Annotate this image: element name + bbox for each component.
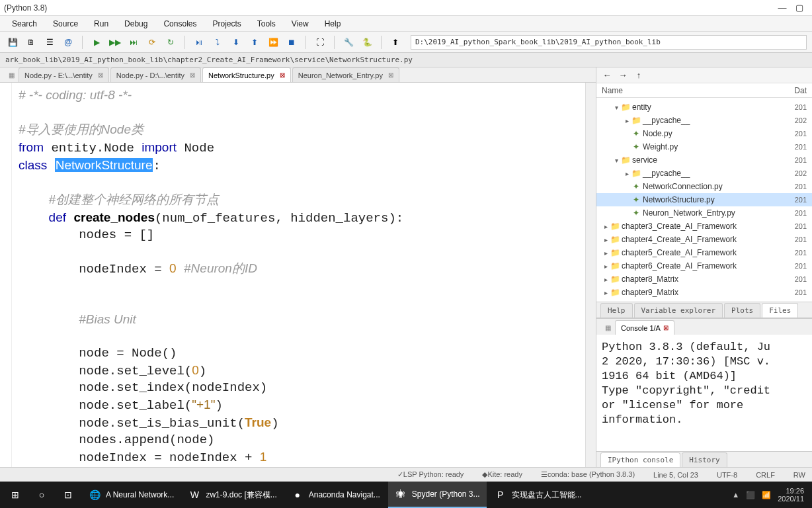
tree-row[interactable]: ✦NetworkStructure.py201	[596, 193, 812, 206]
close-icon[interactable]: ⊠	[188, 71, 196, 79]
stop-icon[interactable]: ⏹	[284, 35, 299, 50]
maximize-pane-icon[interactable]: ⛶	[313, 35, 327, 50]
close-icon[interactable]: ⊠	[278, 71, 286, 79]
menu-source[interactable]: Source	[45, 18, 86, 30]
help-tab-variable-explorer[interactable]: Variable explorer	[634, 303, 723, 318]
history-tab[interactable]: History	[682, 452, 727, 467]
console-bottom-tabs: IPython console History	[596, 451, 812, 467]
menu-debug[interactable]: Debug	[116, 18, 155, 30]
python-icon[interactable]: 🐍	[360, 35, 374, 50]
file-nav-buttons: ← → ↑	[596, 67, 812, 83]
menu-view[interactable]: View	[284, 18, 317, 30]
at-icon[interactable]: @	[61, 35, 75, 50]
run-cell-advance-icon[interactable]: ⏭	[126, 35, 141, 50]
close-icon[interactable]: ⊠	[663, 324, 669, 331]
tree-label: entity	[631, 103, 795, 112]
file-explorer-header: Name Dat	[596, 83, 812, 98]
taskbar-item[interactable]: 🌐A Neural Network...	[82, 482, 181, 508]
maximize-button[interactable]: ▢	[795, 3, 804, 13]
menu-consoles[interactable]: Consoles	[155, 18, 204, 30]
tab-node-d[interactable]: Node.py - D:\...\entity⊠	[110, 67, 201, 82]
chevron-icon: ▾	[612, 104, 620, 111]
forward-icon[interactable]: →	[618, 70, 628, 81]
editor-container: # -*- coding: utf-8 -*- #导入要使用的Node类 fro…	[0, 83, 596, 467]
app-icon: ●	[292, 489, 304, 501]
tree-row[interactable]: ✦Node.py201	[596, 127, 812, 140]
step-out-icon[interactable]: ⬆	[247, 35, 262, 50]
menu-run[interactable]: Run	[86, 18, 116, 30]
taskbar-item[interactable]: 🕷Spyder (Python 3...	[388, 482, 487, 508]
tree-row[interactable]: ▸📁__pycache__202	[596, 167, 812, 180]
app-icon: ⊞	[9, 489, 21, 501]
run-cell-icon[interactable]: ▶▶	[108, 35, 122, 50]
menu-bar: SearchSourceRunDebugConsolesProjectsTool…	[0, 16, 812, 32]
tab-menu-icon[interactable]: ▦	[4, 67, 19, 82]
tree-date: 202	[795, 169, 807, 177]
app-icon: W	[188, 489, 200, 501]
run-file-icon[interactable]: ↻	[163, 35, 178, 50]
folder-icon: 📁	[620, 155, 631, 165]
help-tab-plots[interactable]: Plots	[724, 303, 760, 318]
taskbar-item[interactable]: ○	[29, 482, 54, 508]
run-icon[interactable]: ▶	[89, 35, 104, 50]
tab-node-e[interactable]: Node.py - E:\...\entity⊠	[19, 67, 109, 82]
tab-network-structure[interactable]: NetworkStructure.py⊠	[202, 67, 291, 82]
run-selection-icon[interactable]: ⟳	[145, 35, 159, 50]
save-icon[interactable]: 💾	[5, 35, 20, 50]
console-menu-icon[interactable]: ▦	[600, 320, 615, 335]
menu-help[interactable]: Help	[317, 18, 349, 30]
help-tab-help[interactable]: Help	[600, 303, 633, 318]
taskbar-item[interactable]: ⊞	[3, 482, 28, 508]
menu-search[interactable]: Search	[4, 18, 45, 30]
list-icon[interactable]: ☰	[42, 35, 57, 50]
back-icon[interactable]: ←	[602, 70, 612, 81]
tree-row[interactable]: ✦Neuron_Network_Entry.py201	[596, 206, 812, 220]
menu-tools[interactable]: Tools	[249, 18, 284, 30]
app-icon: ⊡	[62, 489, 74, 501]
taskbar-item[interactable]: P实现盘古人工智能...	[488, 482, 589, 508]
working-directory-input[interactable]: D:\2019_AI_python_Spark_book_lib\2019_AI…	[411, 35, 807, 50]
step-over-icon[interactable]: ⤵	[210, 35, 225, 50]
tray-icon[interactable]: ▲	[732, 491, 739, 499]
vertical-scrollbar[interactable]	[585, 83, 596, 467]
settings-icon[interactable]: 🔧	[341, 35, 356, 50]
tree-row[interactable]: ▸📁__pycache__202	[596, 114, 812, 127]
console-tab[interactable]: Console 1/A⊠	[615, 320, 674, 335]
up-icon[interactable]: ↑	[633, 70, 644, 81]
separator	[184, 36, 185, 49]
taskbar-item[interactable]: ⊡	[56, 482, 81, 508]
tree-row[interactable]: ▸📁chapter6_Create_AI_Framework201	[596, 259, 812, 273]
parent-dir-icon[interactable]: ⬆	[388, 35, 403, 50]
save-all-icon[interactable]: 🗎	[24, 35, 38, 50]
close-icon[interactable]: ⊠	[387, 71, 395, 79]
help-tab-files[interactable]: Files	[762, 303, 798, 318]
taskbar-item[interactable]: Wzw1-9.doc [兼容模...	[182, 482, 283, 508]
tree-row[interactable]: ▸📁chapter4_Create_AI_Framework201	[596, 233, 812, 246]
taskbar-item[interactable]: ●Anaconda Navigat...	[285, 482, 387, 508]
continue-icon[interactable]: ⏩	[266, 35, 280, 50]
tree-row[interactable]: ▾📁service201	[596, 153, 812, 167]
clock: 19:26	[778, 487, 804, 495]
step-into-icon[interactable]: ⬇	[229, 35, 243, 50]
code-editor[interactable]: # -*- coding: utf-8 -*- #导入要使用的Node类 fro…	[12, 83, 585, 467]
close-icon[interactable]: ⊠	[97, 71, 104, 79]
minimize-button[interactable]: ―	[778, 3, 787, 13]
tree-row[interactable]: ▸📁chapter8_Matrix201	[596, 273, 812, 286]
tab-neuron-entry[interactable]: Neuron_Network_Entry.py⊠	[292, 67, 399, 82]
gutter	[0, 83, 12, 467]
tree-row[interactable]: ✦NetworkConnection.py201	[596, 180, 812, 193]
separator	[305, 36, 306, 49]
menu-projects[interactable]: Projects	[204, 18, 249, 30]
tree-row[interactable]: ✦Weight.py201	[596, 140, 812, 153]
folder-icon: 📁	[610, 248, 620, 257]
ipython-tab[interactable]: IPython console	[600, 452, 680, 467]
tree-label: NetworkConnection.py	[641, 182, 795, 191]
console-output[interactable]: Python 3.8.3 (default, Ju 2 2020, 17:30:…	[596, 335, 812, 451]
tree-row[interactable]: ▸📁chapter3_Create_AI_Framework201	[596, 220, 812, 233]
tray-icon[interactable]: ⬛	[746, 491, 755, 499]
tree-row[interactable]: ▾📁entity201	[596, 101, 812, 114]
tree-row[interactable]: ▸📁chapter5_Create_AI_Framework201	[596, 246, 812, 259]
tree-row[interactable]: ▸📁chapter9_Matrix201	[596, 286, 812, 299]
tray-icon[interactable]: 📶	[762, 491, 771, 499]
debug-icon[interactable]: ⏯	[192, 35, 206, 50]
